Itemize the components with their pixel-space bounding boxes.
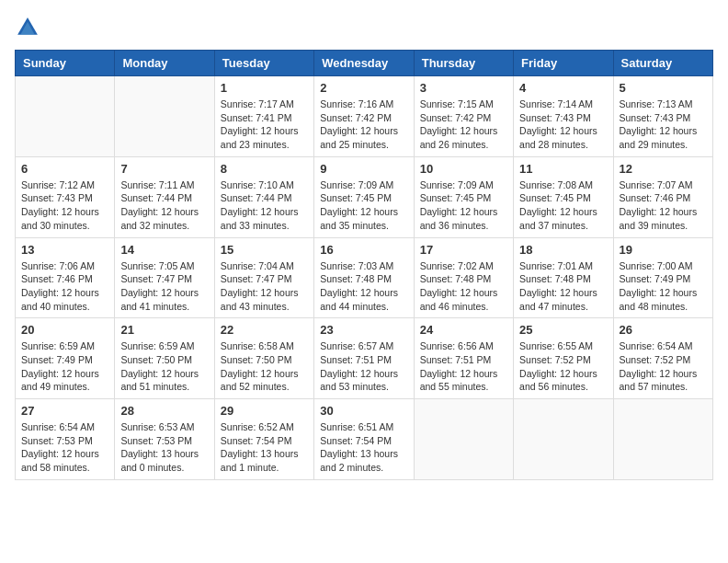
day-cell-5-6 (514, 399, 613, 480)
day-cell-1-3: 1Sunrise: 7:17 AM Sunset: 7:41 PM Daylig… (214, 76, 313, 157)
day-cell-5-5 (414, 399, 513, 480)
day-cell-1-5: 3Sunrise: 7:15 AM Sunset: 7:42 PM Daylig… (414, 76, 513, 157)
day-number: 9 (320, 162, 407, 176)
day-detail: Sunrise: 6:55 AM Sunset: 7:52 PM Dayligh… (519, 339, 607, 394)
day-detail: Sunrise: 7:02 AM Sunset: 7:48 PM Dayligh… (420, 259, 507, 314)
day-detail: Sunrise: 7:12 AM Sunset: 7:43 PM Dayligh… (21, 178, 108, 233)
day-number: 30 (320, 404, 407, 418)
day-number: 27 (21, 404, 108, 418)
week-row-5: 27Sunrise: 6:54 AM Sunset: 7:53 PM Dayli… (16, 399, 713, 480)
day-detail: Sunrise: 7:05 AM Sunset: 7:47 PM Dayligh… (120, 259, 208, 314)
day-cell-4-2: 21Sunrise: 6:59 AM Sunset: 7:50 PM Dayli… (115, 318, 214, 399)
calendar-table: SundayMondayTuesdayWednesdayThursdayFrid… (15, 50, 713, 480)
day-number: 1 (221, 81, 308, 95)
day-cell-2-5: 10Sunrise: 7:09 AM Sunset: 7:45 PM Dayli… (414, 156, 513, 237)
day-number: 4 (519, 81, 607, 95)
day-detail: Sunrise: 7:09 AM Sunset: 7:45 PM Dayligh… (320, 178, 407, 233)
day-number: 11 (519, 162, 607, 176)
weekday-header-saturday: Saturday (613, 51, 712, 76)
day-detail: Sunrise: 7:07 AM Sunset: 7:46 PM Dayligh… (620, 178, 707, 233)
day-cell-5-1: 27Sunrise: 6:54 AM Sunset: 7:53 PM Dayli… (16, 399, 115, 480)
day-detail: Sunrise: 6:52 AM Sunset: 7:54 PM Dayligh… (221, 420, 308, 475)
day-number: 25 (519, 323, 607, 337)
day-detail: Sunrise: 7:15 AM Sunset: 7:42 PM Dayligh… (420, 98, 507, 152)
day-cell-1-6: 4Sunrise: 7:14 AM Sunset: 7:43 PM Daylig… (514, 76, 613, 157)
day-detail: Sunrise: 7:06 AM Sunset: 7:46 PM Dayligh… (21, 259, 108, 314)
weekday-header-sunday: Sunday (16, 51, 115, 76)
day-detail: Sunrise: 7:10 AM Sunset: 7:44 PM Dayligh… (221, 178, 308, 233)
weekday-header-wednesday: Wednesday (314, 51, 414, 76)
day-detail: Sunrise: 7:04 AM Sunset: 7:47 PM Dayligh… (221, 259, 308, 314)
day-number: 21 (120, 323, 208, 337)
day-number: 13 (21, 243, 108, 257)
logo-icon (15, 15, 40, 40)
day-cell-4-4: 23Sunrise: 6:57 AM Sunset: 7:51 PM Dayli… (314, 318, 414, 399)
day-cell-2-2: 7Sunrise: 7:11 AM Sunset: 7:44 PM Daylig… (115, 156, 214, 237)
day-number: 7 (120, 162, 208, 176)
day-detail: Sunrise: 7:03 AM Sunset: 7:48 PM Dayligh… (320, 259, 407, 314)
day-cell-4-1: 20Sunrise: 6:59 AM Sunset: 7:49 PM Dayli… (16, 318, 115, 399)
day-number: 24 (420, 323, 507, 337)
day-number: 22 (221, 323, 308, 337)
week-row-3: 13Sunrise: 7:06 AM Sunset: 7:46 PM Dayli… (16, 237, 713, 318)
day-cell-5-3: 29Sunrise: 6:52 AM Sunset: 7:54 PM Dayli… (214, 399, 313, 480)
day-cell-5-2: 28Sunrise: 6:53 AM Sunset: 7:53 PM Dayli… (115, 399, 214, 480)
day-number: 14 (120, 243, 208, 257)
day-cell-3-5: 17Sunrise: 7:02 AM Sunset: 7:48 PM Dayli… (414, 237, 513, 318)
day-detail: Sunrise: 7:13 AM Sunset: 7:43 PM Dayligh… (620, 98, 707, 152)
day-number: 16 (320, 243, 407, 257)
day-detail: Sunrise: 7:01 AM Sunset: 7:48 PM Dayligh… (519, 259, 607, 314)
day-detail: Sunrise: 7:11 AM Sunset: 7:44 PM Dayligh… (120, 178, 208, 233)
day-detail: Sunrise: 6:54 AM Sunset: 7:52 PM Dayligh… (620, 339, 707, 394)
day-number: 3 (420, 81, 507, 95)
day-cell-3-7: 19Sunrise: 7:00 AM Sunset: 7:49 PM Dayli… (613, 237, 712, 318)
day-cell-2-7: 12Sunrise: 7:07 AM Sunset: 7:46 PM Dayli… (613, 156, 712, 237)
day-number: 6 (21, 162, 108, 176)
day-detail: Sunrise: 6:57 AM Sunset: 7:51 PM Dayligh… (320, 339, 407, 394)
day-cell-3-4: 16Sunrise: 7:03 AM Sunset: 7:48 PM Dayli… (314, 237, 414, 318)
week-row-2: 6Sunrise: 7:12 AM Sunset: 7:43 PM Daylig… (16, 156, 713, 237)
weekday-header-thursday: Thursday (414, 51, 513, 76)
day-cell-3-3: 15Sunrise: 7:04 AM Sunset: 7:47 PM Dayli… (214, 237, 313, 318)
day-cell-4-3: 22Sunrise: 6:58 AM Sunset: 7:50 PM Dayli… (214, 318, 313, 399)
day-detail: Sunrise: 7:09 AM Sunset: 7:45 PM Dayligh… (420, 178, 507, 233)
day-cell-1-2 (115, 76, 214, 157)
day-cell-4-5: 24Sunrise: 6:56 AM Sunset: 7:51 PM Dayli… (414, 318, 513, 399)
day-detail: Sunrise: 6:51 AM Sunset: 7:54 PM Dayligh… (320, 420, 407, 475)
day-detail: Sunrise: 6:56 AM Sunset: 7:51 PM Dayligh… (420, 339, 507, 394)
day-cell-1-7: 5Sunrise: 7:13 AM Sunset: 7:43 PM Daylig… (613, 76, 712, 157)
day-cell-2-4: 9Sunrise: 7:09 AM Sunset: 7:45 PM Daylig… (314, 156, 414, 237)
week-row-4: 20Sunrise: 6:59 AM Sunset: 7:49 PM Dayli… (16, 318, 713, 399)
day-detail: Sunrise: 6:58 AM Sunset: 7:50 PM Dayligh… (221, 339, 308, 394)
page-header (15, 15, 713, 40)
day-number: 28 (120, 404, 208, 418)
day-detail: Sunrise: 7:17 AM Sunset: 7:41 PM Dayligh… (221, 98, 308, 152)
day-cell-2-1: 6Sunrise: 7:12 AM Sunset: 7:43 PM Daylig… (16, 156, 115, 237)
day-cell-1-4: 2Sunrise: 7:16 AM Sunset: 7:42 PM Daylig… (314, 76, 414, 157)
day-number: 5 (620, 81, 707, 95)
day-detail: Sunrise: 6:54 AM Sunset: 7:53 PM Dayligh… (21, 420, 108, 475)
day-cell-5-4: 30Sunrise: 6:51 AM Sunset: 7:54 PM Dayli… (314, 399, 414, 480)
day-cell-3-6: 18Sunrise: 7:01 AM Sunset: 7:48 PM Dayli… (514, 237, 613, 318)
day-number: 15 (221, 243, 308, 257)
day-detail: Sunrise: 6:59 AM Sunset: 7:49 PM Dayligh… (21, 339, 108, 394)
day-number: 20 (21, 323, 108, 337)
day-number: 26 (620, 323, 707, 337)
day-number: 12 (620, 162, 707, 176)
day-detail: Sunrise: 7:08 AM Sunset: 7:45 PM Dayligh… (519, 178, 607, 233)
day-number: 29 (221, 404, 308, 418)
week-row-1: 1Sunrise: 7:17 AM Sunset: 7:41 PM Daylig… (16, 76, 713, 157)
day-number: 18 (519, 243, 607, 257)
day-number: 2 (320, 81, 407, 95)
day-cell-3-2: 14Sunrise: 7:05 AM Sunset: 7:47 PM Dayli… (115, 237, 214, 318)
weekday-header-monday: Monday (115, 51, 214, 76)
day-cell-5-7 (613, 399, 712, 480)
weekday-header-row: SundayMondayTuesdayWednesdayThursdayFrid… (16, 51, 713, 76)
day-detail: Sunrise: 7:14 AM Sunset: 7:43 PM Dayligh… (519, 98, 607, 152)
weekday-header-friday: Friday (514, 51, 613, 76)
day-detail: Sunrise: 7:16 AM Sunset: 7:42 PM Dayligh… (320, 98, 407, 152)
day-cell-2-3: 8Sunrise: 7:10 AM Sunset: 7:44 PM Daylig… (214, 156, 313, 237)
day-detail: Sunrise: 6:59 AM Sunset: 7:50 PM Dayligh… (120, 339, 208, 394)
day-detail: Sunrise: 7:00 AM Sunset: 7:49 PM Dayligh… (620, 259, 707, 314)
day-detail: Sunrise: 6:53 AM Sunset: 7:53 PM Dayligh… (120, 420, 208, 475)
